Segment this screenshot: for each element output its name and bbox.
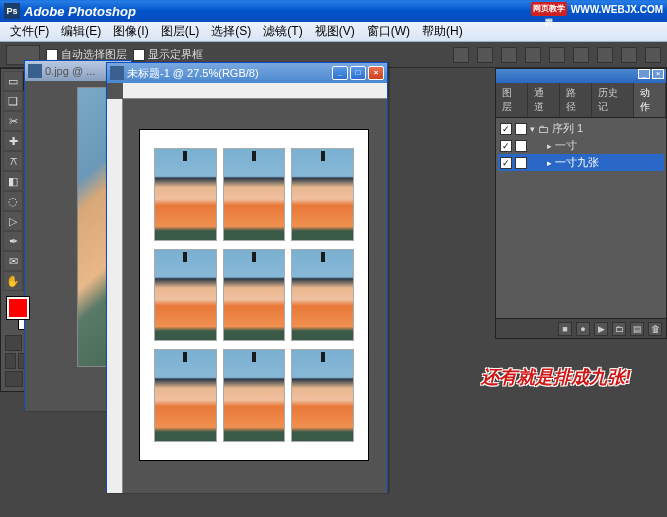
menu-file[interactable]: 文件(F) xyxy=(4,21,55,42)
action-label: 一寸九张 xyxy=(555,155,599,170)
toggle-check-icon[interactable]: ✓ xyxy=(500,157,512,169)
align-icon[interactable] xyxy=(573,47,589,63)
id-photo xyxy=(154,148,217,241)
doc1-titlebar[interactable]: 未标题-1 @ 27.5%(RGB/8) _ □ × xyxy=(107,63,387,83)
lasso-tool[interactable]: ❑ xyxy=(3,91,23,111)
jump-to-icon[interactable] xyxy=(5,371,23,387)
folder-icon: 🗀 xyxy=(538,123,549,135)
action-set-label: 序列 1 xyxy=(552,121,583,136)
menu-layer[interactable]: 图层(L) xyxy=(155,21,206,42)
standard-mode-icon[interactable] xyxy=(5,335,22,351)
align-icon[interactable] xyxy=(549,47,565,63)
tab-layers[interactable]: 图层 xyxy=(496,83,528,117)
new-set-button[interactable]: 🗀 xyxy=(612,322,626,336)
actions-panel-footer: ■ ● ▶ 🗀 ▤ 🗑 xyxy=(496,318,666,338)
toggle-check-icon[interactable]: ✓ xyxy=(500,123,512,135)
play-button[interactable]: ▶ xyxy=(594,322,608,336)
ruler-horizontal[interactable] xyxy=(123,83,387,99)
watermark-url: WWW.WEBJX.COM xyxy=(571,4,663,15)
actions-panel-body: ✓ ▾ 🗀 序列 1 ✓ ▸ 一寸 ✓ ▸ 一寸九张 xyxy=(496,118,666,318)
align-icon[interactable] xyxy=(501,47,517,63)
distribute-icon[interactable] xyxy=(621,47,637,63)
show-bounds-label: 显示定界框 xyxy=(148,48,203,60)
maximize-button[interactable]: □ xyxy=(350,66,366,80)
distribute-icon[interactable] xyxy=(597,47,613,63)
distribute-icon[interactable] xyxy=(645,47,661,63)
id-photo xyxy=(223,249,286,342)
toggle-dialog-icon[interactable] xyxy=(515,157,527,169)
toggle-check-icon[interactable]: ✓ xyxy=(500,140,512,152)
record-button[interactable]: ● xyxy=(576,322,590,336)
stop-button[interactable]: ■ xyxy=(558,322,572,336)
id-photo xyxy=(291,349,354,442)
checkbox-icon xyxy=(133,49,145,61)
photo-grid xyxy=(140,130,368,460)
expand-right-icon[interactable]: ▸ xyxy=(547,141,552,151)
blur-tool[interactable]: ◌ xyxy=(3,191,23,211)
menu-window[interactable]: 窗口(W) xyxy=(361,21,416,42)
foreground-color[interactable] xyxy=(7,297,29,319)
hand-tool[interactable]: ✋ xyxy=(3,271,23,291)
id-photo xyxy=(154,249,217,342)
ruler-vertical[interactable] xyxy=(107,99,123,493)
tab-history[interactable]: 历史记 xyxy=(592,83,634,117)
ps-app-icon: Ps xyxy=(4,3,20,19)
toggle-dialog-icon[interactable] xyxy=(515,140,527,152)
tab-paths[interactable]: 路径 xyxy=(560,83,592,117)
align-icon[interactable] xyxy=(525,47,541,63)
expand-down-icon[interactable]: ▾ xyxy=(530,124,535,134)
delete-button[interactable]: 🗑 xyxy=(648,322,662,336)
path-select-tool[interactable]: ▷ xyxy=(3,211,23,231)
auto-select-layer-label: 自动选择图层 xyxy=(61,48,127,60)
stamp-tool[interactable]: ⚻ xyxy=(3,151,23,171)
pen-tool[interactable]: ✒ xyxy=(3,231,23,251)
watermark-logo: 网页教学网 xyxy=(531,2,567,16)
marquee-tool[interactable]: ▭ xyxy=(3,71,23,91)
document-icon xyxy=(110,66,124,80)
menu-select[interactable]: 选择(S) xyxy=(205,21,257,42)
annotation-text: 还有就是排成九张! xyxy=(481,365,631,389)
id-photo xyxy=(291,249,354,342)
screen-mode-icon[interactable] xyxy=(5,353,16,369)
menu-edit[interactable]: 编辑(E) xyxy=(55,21,107,42)
menu-image[interactable]: 图像(I) xyxy=(107,21,154,42)
id-photo xyxy=(223,349,286,442)
tab-channels[interactable]: 通道 xyxy=(528,83,560,117)
id-photo xyxy=(223,148,286,241)
doc1-canvas[interactable] xyxy=(125,101,383,489)
document-icon xyxy=(28,64,42,78)
close-button[interactable]: × xyxy=(368,66,384,80)
expand-right-icon[interactable]: ▸ xyxy=(547,158,552,168)
crop-tool[interactable]: ✂ xyxy=(3,111,23,131)
minimize-button[interactable]: _ xyxy=(332,66,348,80)
panel-tabs: 图层 通道 路径 历史记 动作 xyxy=(496,83,666,118)
menu-view[interactable]: 视图(V) xyxy=(309,21,361,42)
panels-dock: _ × 图层 通道 路径 历史记 动作 ✓ ▾ 🗀 序列 1 ✓ ▸ 一寸 ✓ … xyxy=(495,68,667,339)
align-icon[interactable] xyxy=(453,47,469,63)
id-photo xyxy=(291,148,354,241)
menubar: 文件(F) 编辑(E) 图像(I) 图层(L) 选择(S) 滤镜(T) 视图(V… xyxy=(0,22,667,42)
action-label: 一寸 xyxy=(555,138,577,153)
notes-tool[interactable]: ✉ xyxy=(3,251,23,271)
app-titlebar: Ps Adobe Photoshop 网页教学网 WWW.WEBJX.COM xyxy=(0,0,667,22)
align-icon[interactable] xyxy=(477,47,493,63)
panel-titlebar[interactable]: _ × xyxy=(496,69,666,83)
action-row-selected[interactable]: ✓ ▸ 一寸九张 xyxy=(498,154,664,171)
doc1-title: 未标题-1 @ 27.5%(RGB/8) xyxy=(127,66,332,81)
close-button[interactable]: × xyxy=(652,69,664,79)
tab-actions[interactable]: 动作 xyxy=(634,83,666,117)
id-photo xyxy=(154,349,217,442)
minimize-button[interactable]: _ xyxy=(638,69,650,79)
watermark: 网页教学网 WWW.WEBJX.COM xyxy=(531,2,663,16)
menu-filter[interactable]: 滤镜(T) xyxy=(257,21,308,42)
doc1-content xyxy=(107,83,387,493)
show-bounds-option[interactable]: 显示定界框 xyxy=(133,47,203,62)
menu-help[interactable]: 帮助(H) xyxy=(416,21,469,42)
new-action-button[interactable]: ▤ xyxy=(630,322,644,336)
action-row[interactable]: ✓ ▸ 一寸 xyxy=(498,137,664,154)
action-set-row[interactable]: ✓ ▾ 🗀 序列 1 xyxy=(498,120,664,137)
eraser-tool[interactable]: ◧ xyxy=(3,171,23,191)
toggle-dialog-icon[interactable] xyxy=(515,123,527,135)
heal-tool[interactable]: ✚ xyxy=(3,131,23,151)
document-window-1[interactable]: 未标题-1 @ 27.5%(RGB/8) _ □ × xyxy=(106,62,388,492)
